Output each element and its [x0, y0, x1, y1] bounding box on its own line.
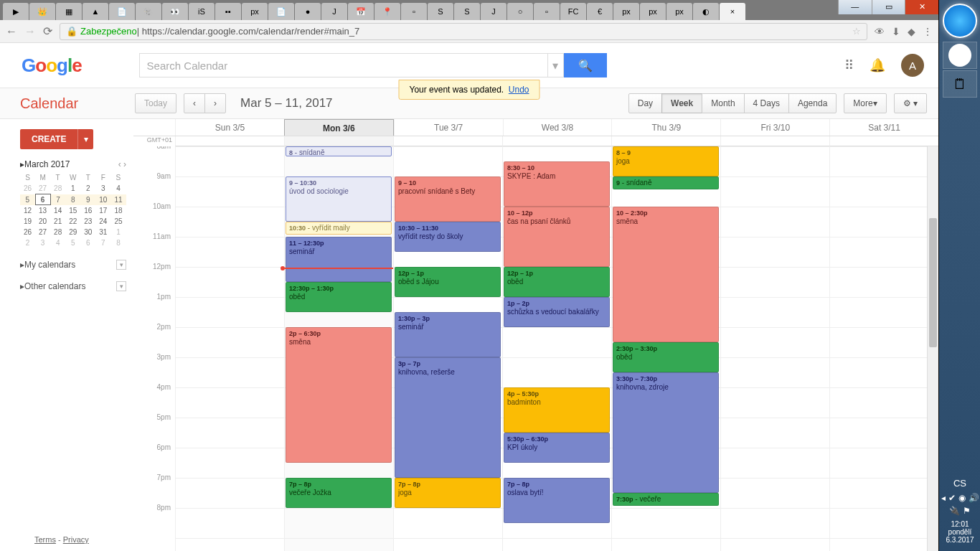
today-button[interactable]: Today [135, 93, 176, 113]
browser-tab[interactable]: px [666, 3, 692, 20]
event[interactable]: 4p – 5:30pbadminton [504, 387, 610, 433]
tray-icon[interactable]: ◉ [958, 493, 966, 503]
window-close[interactable]: ✕ [905, 0, 938, 14]
event[interactable]: 9 – 10pracovní snídaně s Bety [395, 176, 501, 222]
view-4days[interactable]: 4 Days [744, 93, 789, 113]
event[interactable]: 5:30p – 6:30pKPI úkoly [504, 433, 610, 463]
window-maximize[interactable]: ▭ [872, 0, 905, 14]
browser-tab[interactable]: 📄 [268, 3, 294, 20]
event[interactable]: 10 – 12pčas na psaní článků [504, 207, 610, 267]
day-column[interactable] [175, 146, 284, 551]
day-column[interactable] [829, 146, 938, 551]
ext-icon[interactable]: ⬇ [892, 26, 900, 37]
event[interactable]: 2p – 6:30psměna [286, 327, 392, 463]
view-month[interactable]: Month [702, 93, 744, 113]
back-icon[interactable]: ← [6, 25, 17, 38]
event[interactable]: 1:30p – 3pseminář [395, 312, 501, 357]
event[interactable]: 2:30p – 3:30poběd [613, 342, 719, 372]
event[interactable]: 7p – 8pjoga [395, 478, 501, 508]
ext-icon[interactable]: ◆ [908, 26, 915, 37]
tray-icon[interactable]: ✔ [948, 493, 956, 503]
day-header[interactable]: Sat 3/11 [829, 119, 938, 136]
taskbar-chrome[interactable] [943, 42, 977, 69]
view-day[interactable]: Day [628, 93, 662, 113]
apps-icon[interactable]: ⠿ [844, 57, 854, 73]
browser-tab[interactable]: J [481, 3, 507, 20]
browser-tab[interactable]: 📍 [374, 3, 400, 20]
tray-icon[interactable]: ◂ [941, 493, 946, 503]
event[interactable]: 10:30 – 11:30vyřídit resty do školy [395, 222, 501, 252]
event[interactable]: 9 – 10:30úvod od sociologie [286, 176, 392, 222]
tray-time[interactable]: 12:01 [939, 520, 980, 528]
event[interactable]: 3p – 7pknihovna, rešerše [395, 357, 501, 478]
my-calendars-toggle[interactable]: ▸ My calendars▾ [20, 260, 126, 270]
event[interactable]: 7:30p - večeře [613, 493, 719, 506]
settings-button[interactable]: ⚙ ▾ [894, 93, 927, 113]
search-button[interactable]: 🔍 [564, 53, 607, 77]
other-calendars-toggle[interactable]: ▸ Other calendars▾ [20, 281, 126, 291]
browser-tab-active[interactable]: × [720, 3, 745, 20]
event[interactable]: 9 - snídaně [613, 176, 719, 189]
event[interactable]: 1p – 2pschůzka s vedoucí bakalářky [504, 297, 610, 327]
browser-tab[interactable]: ▲ [83, 3, 108, 20]
event[interactable]: 12:30p – 1:30poběd [286, 282, 392, 312]
scrollbar-thumb[interactable] [929, 218, 937, 347]
tray-lang[interactable]: CS [939, 478, 980, 489]
url-input[interactable]: 🔒 Zabezpečeno | https://calendar.google.… [60, 23, 867, 40]
day-header[interactable]: Mon 3/6 [284, 119, 394, 136]
view-week[interactable]: Week [661, 93, 702, 113]
chrome-menu-icon[interactable]: ⋮ [923, 26, 933, 37]
browser-tab[interactable]: 📅 [348, 3, 374, 20]
browser-tab[interactable]: ○ [507, 3, 533, 20]
day-column[interactable]: 8 - snídaně9 – 10:30úvod od sociologie10… [284, 146, 393, 551]
search-dropdown[interactable]: ▾ [548, 53, 564, 77]
more-button[interactable]: More ▾ [844, 93, 886, 113]
event[interactable]: 8 - snídaně [286, 146, 392, 156]
day-header[interactable]: Tue 3/7 [394, 119, 503, 136]
browser-tab[interactable]: € [587, 3, 613, 20]
google-logo[interactable]: Google [22, 55, 82, 77]
browser-tab[interactable]: ▦ [56, 3, 82, 20]
browser-tab[interactable]: ● [295, 3, 321, 20]
mini-cal-nav[interactable]: ‹ › [118, 159, 126, 169]
browser-tab[interactable]: px [640, 3, 666, 20]
star-icon[interactable]: ☆ [852, 26, 861, 37]
search-input[interactable]: Search Calendar [139, 53, 548, 77]
browser-tab[interactable]: 👀 [162, 3, 188, 20]
browser-tab[interactable]: ▫ [401, 3, 427, 20]
taskbar-notes[interactable]: 🗒 [943, 70, 977, 98]
tray-icon[interactable]: 🔌 [949, 506, 960, 516]
browser-tab[interactable]: ▫ [534, 3, 560, 20]
event[interactable]: 3:30p – 7:30pknihovna, zdroje [613, 372, 719, 493]
event[interactable]: 10:30 - vyřídit maily [286, 222, 392, 235]
browser-tab[interactable]: ▪▪ [215, 3, 241, 20]
browser-tab[interactable]: 👑 [29, 3, 55, 20]
browser-tab[interactable]: 📄 [109, 3, 135, 20]
day-column[interactable]: 9 – 10pracovní snídaně s Bety10:30 – 11:… [393, 146, 502, 551]
view-agenda[interactable]: Agenda [788, 93, 837, 113]
day-column[interactable]: 8 – 9joga9 - snídaně10 – 2:30psměna2:30p… [611, 146, 720, 551]
terms-link[interactable]: Terms [34, 535, 56, 544]
day-header[interactable]: Thu 3/9 [611, 119, 720, 136]
event[interactable]: 8 – 9joga [613, 146, 719, 176]
day-header[interactable]: Sun 3/5 [175, 119, 284, 136]
event[interactable]: 7p – 8pvečeře Jožka [286, 478, 392, 508]
create-button[interactable]: CREATE [20, 129, 77, 149]
browser-tab[interactable]: S [428, 3, 453, 20]
event[interactable]: 12p – 1poběd [504, 267, 610, 297]
event[interactable]: 10 – 2:30psměna [613, 207, 719, 342]
scrollbar[interactable] [927, 146, 938, 551]
notifications-icon[interactable]: 🔔 [870, 57, 885, 73]
day-column[interactable]: 8:30 – 10SKYPE : Adam10 – 12pčas na psan… [502, 146, 611, 551]
browser-tab[interactable]: iS [189, 3, 215, 20]
day-column[interactable] [720, 146, 829, 551]
browser-tab[interactable]: S [454, 3, 480, 20]
browser-tab[interactable]: ▶ [3, 3, 29, 20]
privacy-link[interactable]: Privacy [63, 535, 89, 544]
mini-calendar[interactable]: SMTWTFS262728123456789101112131415161718… [20, 172, 126, 248]
browser-tab[interactable]: FC [560, 3, 586, 20]
start-button[interactable] [943, 4, 977, 38]
reload-icon[interactable]: ⟳ [43, 24, 52, 38]
toast-undo[interactable]: Undo [509, 85, 529, 95]
tray-icon[interactable]: ⚑ [963, 506, 971, 516]
